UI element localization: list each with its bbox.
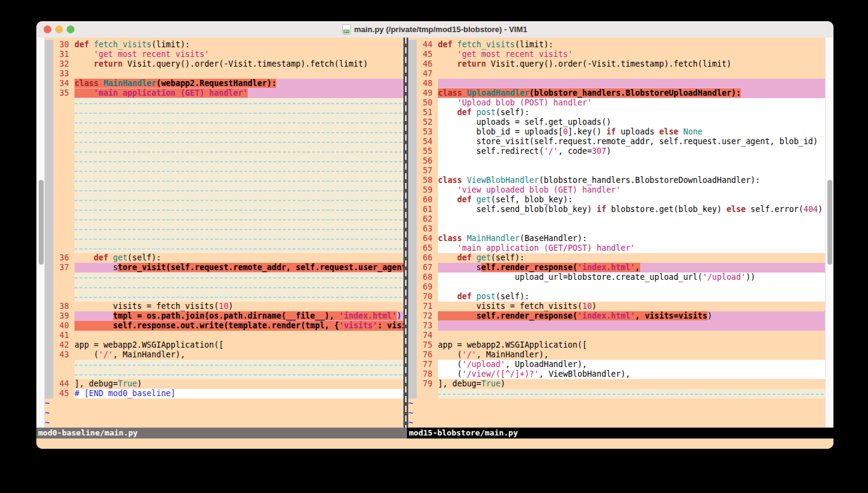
right-scrollbar[interactable] — [825, 38, 833, 428]
code-line[interactable]: 34class MainHandler(webapp2.RequestHandl… — [53, 79, 403, 88]
line-number — [53, 127, 75, 137]
code-line[interactable]: 39 tmpl = os.path.join(os.path.dirname(_… — [53, 311, 403, 321]
line-text — [75, 176, 403, 185]
code-line[interactable]: 37 store_visit(self.request.remote_addr,… — [53, 263, 403, 273]
line-text — [438, 156, 825, 166]
line-number: 49 — [417, 88, 438, 98]
code-line[interactable]: 73 — [417, 321, 825, 331]
code-line[interactable]: 78 ('/view/([^/]+)?', ViewBlobHandler), — [417, 369, 825, 379]
diff-pane-left[interactable]: 30def fetch_visits(limit):31 'get most r… — [45, 40, 403, 428]
code-line[interactable]: 75app = webapp2.WSGIApplication([ — [417, 340, 825, 350]
code-line[interactable]: 47 — [417, 69, 825, 79]
code-line[interactable]: 65 'main application (GET/POST) handler' — [417, 243, 825, 253]
code-line[interactable]: 72 self.render_response('index.html', vi… — [417, 311, 825, 321]
window-separator[interactable] — [403, 38, 408, 428]
code-line[interactable]: 31 'get most recent visits' — [53, 50, 403, 59]
code-line[interactable]: 53 blob_id = uploads[0].key() if uploads… — [417, 127, 825, 137]
code-line[interactable]: 44def fetch_visits(limit): — [417, 40, 825, 50]
code-line[interactable]: 70 def post(self): — [417, 292, 825, 302]
diff-pane-right[interactable]: 44def fetch_visits(limit):45 'get most r… — [408, 40, 825, 428]
code-line[interactable]: 43 ('/', MainHandler), — [53, 350, 403, 360]
line-number — [53, 156, 75, 166]
line-number — [53, 185, 75, 195]
close-button[interactable] — [44, 25, 51, 33]
window-titlebar[interactable]: PY main.py (/private/tmp/mod15-blobstore… — [36, 21, 833, 38]
line-text: def fetch_visits(limit): — [75, 40, 403, 50]
code-line[interactable]: 46 return Visit.query().order(-Visit.tim… — [417, 59, 825, 69]
code-line[interactable]: 45# [END mod0_baseline] — [53, 389, 403, 399]
line-number: 51 — [417, 108, 438, 117]
left-scrollbar[interactable] — [36, 38, 45, 428]
code-line[interactable]: 60 def get(self, blob_key): — [417, 195, 825, 205]
code-line[interactable]: 79], debug=True) — [417, 379, 825, 389]
code-line[interactable]: 54 store_visit(self.request.remote_addr,… — [417, 137, 825, 147]
code-line[interactable]: 63 — [417, 224, 825, 234]
diff-filler-line — [53, 98, 403, 108]
line-number — [53, 214, 75, 224]
line-number — [53, 205, 75, 214]
line-number: 64 — [417, 234, 438, 243]
code-line[interactable]: 40 self.response.out.write(template.rend… — [53, 321, 403, 331]
code-line[interactable]: 71 visits = fetch_visits(10) — [417, 302, 825, 311]
code-line[interactable]: 76 ('/', MainHandler), — [417, 350, 825, 360]
line-number — [53, 98, 75, 108]
statusline-left: mod0-baseline/main.py — [36, 428, 407, 438]
code-line[interactable]: 36 def get(self): — [53, 253, 403, 263]
code-line[interactable]: 32 return Visit.query().order(-Visit.tim… — [53, 59, 403, 69]
code-line[interactable]: 38 visits = fetch_visits(10) — [53, 302, 403, 311]
code-line[interactable]: 52 uploads = self.get_uploads() — [417, 117, 825, 127]
code-line[interactable]: 56 — [417, 156, 825, 166]
code-line[interactable]: 33 — [53, 69, 403, 79]
diff-filler-line — [53, 195, 403, 205]
code-line[interactable]: 64class MainHandler(BaseHandler): — [417, 234, 825, 243]
code-line[interactable]: 42app = webapp2.WSGIApplication([ — [53, 340, 403, 350]
code-line[interactable]: 50 'Upload blob (POST) handler' — [417, 98, 825, 108]
code-line[interactable]: 45 'get most recent visits' — [417, 50, 825, 59]
line-text: visits = fetch_visits(10) — [75, 302, 403, 311]
code-line[interactable]: 30def fetch_visits(limit): — [53, 40, 403, 50]
code-line[interactable]: 74 — [417, 331, 825, 340]
line-text — [438, 166, 825, 176]
diff-filler-line — [53, 117, 403, 127]
minimize-button[interactable] — [55, 25, 63, 33]
code-line[interactable]: 69 — [417, 282, 825, 292]
line-number: 77 — [417, 360, 438, 369]
line-text: store_visit(self.request.remote_addr, se… — [438, 137, 825, 147]
window-title: main.py (/private/tmp/mod15-blobstore) -… — [354, 25, 527, 34]
code-line[interactable]: 58class ViewBlobHandler(blobstore_handle… — [417, 176, 825, 185]
line-number: 69 — [417, 282, 438, 292]
left-scrollbar-thumb[interactable] — [39, 180, 44, 265]
code-line[interactable]: 44], debug=True) — [53, 379, 403, 389]
code-line[interactable]: 67 self.render_response('index.html', — [417, 263, 825, 273]
line-text: self.render_response('index.html', visit… — [438, 311, 825, 321]
code-line[interactable]: 66 def get(self): — [417, 253, 825, 263]
diff-filler-line — [53, 360, 403, 369]
vim-diff-area: 30def fetch_visits(limit):31 'get most r… — [36, 38, 833, 428]
code-line[interactable]: 77 ('/upload', UploadHandler), — [417, 360, 825, 369]
code-line[interactable]: 68 upload_url=blobstore.create_upload_ur… — [417, 273, 825, 282]
zoom-button[interactable] — [67, 25, 75, 33]
code-line[interactable]: 57 — [417, 166, 825, 176]
line-text: blob_id = uploads[0].key() if uploads el… — [438, 127, 825, 137]
line-number: 45 — [53, 389, 75, 399]
line-number: 44 — [53, 379, 75, 389]
code-line[interactable]: 59 'view uploaded blob (GET) handler' — [417, 185, 825, 195]
line-number: 44 — [417, 40, 438, 50]
code-line[interactable]: 48 — [417, 79, 825, 88]
line-text — [75, 117, 403, 127]
code-line[interactable]: 35 'main application (GET) handler' — [53, 88, 403, 98]
line-number: 71 — [417, 302, 438, 311]
code-line[interactable]: 55 self.redirect('/', code=307) — [417, 147, 825, 156]
right-scrollbar-thumb[interactable] — [827, 180, 832, 265]
code-line[interactable]: 41 — [53, 331, 403, 340]
line-text — [438, 224, 825, 234]
line-number: 35 — [53, 88, 75, 98]
diff-filler-line — [53, 108, 403, 117]
line-number: 52 — [417, 117, 438, 127]
code-line[interactable]: 61 self.send_blob(blob_key) if blobstore… — [417, 205, 825, 214]
code-line[interactable]: 62 — [417, 214, 825, 224]
code-line[interactable]: 51 def post(self): — [417, 108, 825, 117]
line-number: 39 — [53, 311, 75, 321]
line-text: tmpl = os.path.join(os.path.dirname(__fi… — [75, 311, 403, 321]
code-line[interactable]: 49class UploadHandler(blobstore_handlers… — [417, 88, 825, 98]
